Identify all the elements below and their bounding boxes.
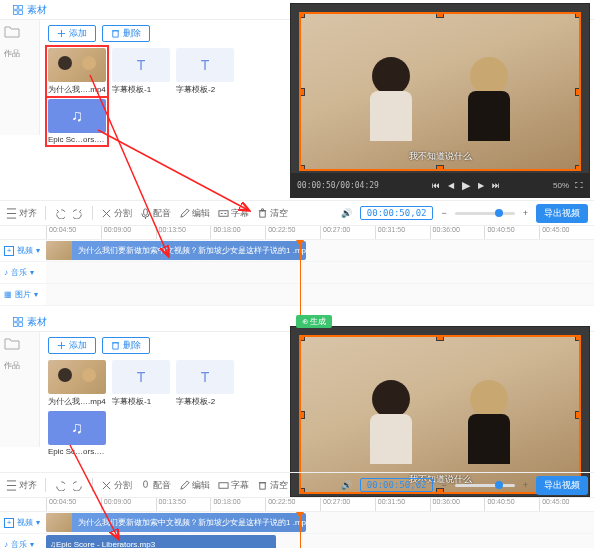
- timeline-ruler[interactable]: 00:04:50 00:09:00 00:13:50 00:18:00 00:2…: [0, 226, 594, 240]
- delete-button[interactable]: 删除: [102, 25, 150, 42]
- resize-handle[interactable]: [576, 166, 581, 171]
- tab-materials-label: 素材: [27, 3, 47, 17]
- subtitle-tool[interactable]: 字幕: [218, 479, 249, 492]
- video-clip[interactable]: 为什么我们要新做加索中文视频？新加坡少女是这样子说的1 .mp4: [46, 241, 306, 260]
- resize-handle[interactable]: [576, 89, 581, 95]
- folder-icon[interactable]: [4, 336, 35, 354]
- thumb-subtitle-2[interactable]: T 字幕模板-2: [176, 48, 234, 95]
- zoom-in-button[interactable]: +: [523, 208, 528, 218]
- next-frame-button[interactable]: ▶: [478, 181, 484, 190]
- tab-materials[interactable]: 素材: [8, 313, 51, 331]
- resize-handle[interactable]: [299, 166, 304, 171]
- preview-zoom-label: 50%: [553, 181, 569, 190]
- svg-rect-6: [14, 317, 18, 321]
- resize-handle[interactable]: [576, 335, 581, 340]
- clear-tool[interactable]: 清空: [257, 479, 288, 492]
- align-tool[interactable]: 对齐: [6, 207, 37, 220]
- chevron-down-icon: ▾: [30, 268, 34, 277]
- thumb-audio-1[interactable]: ♫ Epic Sc…ors.mp3: [48, 411, 106, 456]
- music-icon: ♪: [4, 540, 8, 548]
- timecode-box[interactable]: 00:00:50,02: [360, 206, 434, 220]
- play-button[interactable]: ▶: [462, 179, 470, 192]
- sound-icon[interactable]: 🔊: [341, 480, 352, 490]
- zoom-slider[interactable]: [455, 212, 515, 215]
- thumb-video-1[interactable]: 为什么我….mp4: [48, 48, 106, 95]
- zoom-slider[interactable]: [455, 484, 515, 487]
- delete-button[interactable]: 删除: [102, 337, 150, 354]
- playhead[interactable]: [300, 512, 301, 548]
- timeline-ruler[interactable]: 00:04:50 00:09:00 00:13:50 00:18:00 00:2…: [0, 498, 594, 512]
- next-clip-button[interactable]: ⏭: [492, 181, 500, 190]
- preview-pane: 我不知道说什么 00:00:50/00:04:29 ⏮ ◀ ▶ ▶ ⏭ 50% …: [290, 3, 590, 198]
- zoom-out-button[interactable]: −: [441, 208, 446, 218]
- thumb-subtitle-2[interactable]: T 字幕模板-2: [176, 360, 234, 407]
- track-head-video[interactable]: +视频▾: [0, 245, 46, 256]
- align-tool[interactable]: 对齐: [6, 479, 37, 492]
- text-icon: T: [137, 57, 146, 73]
- track-head-audio[interactable]: ♪音乐▾: [0, 539, 46, 548]
- svg-rect-1: [19, 5, 23, 9]
- clear-tool[interactable]: 清空: [257, 207, 288, 220]
- prev-clip-button[interactable]: ⏮: [432, 181, 440, 190]
- thumb-subtitle-1[interactable]: T 字幕模板-1: [112, 360, 170, 407]
- preview-time: 00:00:50/00:04:29: [297, 181, 379, 190]
- audio-clip[interactable]: ♫Epic Score - Liberators.mp3: [46, 535, 276, 548]
- svg-rect-8: [14, 322, 18, 326]
- video-clip[interactable]: 为什么我们要新做加索中文视频？新加坡少女是这样子说的1 .mp4: [46, 513, 306, 532]
- add-button[interactable]: 添加: [48, 337, 96, 354]
- thumb-subtitle-1[interactable]: T 字幕模板-1: [112, 48, 170, 95]
- tab-materials[interactable]: 素材: [8, 1, 51, 19]
- subtitle-tool[interactable]: 字幕: [218, 207, 249, 220]
- preview-frame[interactable]: 我不知道说什么: [299, 335, 581, 494]
- resize-handle[interactable]: [299, 12, 304, 17]
- chevron-down-icon: ▾: [36, 246, 40, 255]
- track-head-video[interactable]: +视频▾: [0, 517, 46, 528]
- edit-tool[interactable]: 编辑: [179, 479, 210, 492]
- text-icon: T: [137, 369, 146, 385]
- resize-handle[interactable]: [299, 335, 304, 340]
- thumb-audio-1[interactable]: ♫ Epic Sc…ors.mp3: [48, 99, 106, 144]
- track-head-image[interactable]: ▦图片▾: [0, 289, 46, 300]
- resize-handle[interactable]: [576, 12, 581, 17]
- resize-handle[interactable]: [299, 89, 304, 95]
- timecode-box[interactable]: 00:00:50,02: [360, 478, 434, 492]
- svg-rect-5: [219, 210, 228, 216]
- export-button[interactable]: 导出视频: [536, 476, 588, 495]
- prev-frame-button[interactable]: ◀: [448, 181, 454, 190]
- svg-rect-9: [19, 322, 23, 326]
- zoom-in-button[interactable]: +: [523, 480, 528, 490]
- zoom-out-button[interactable]: −: [441, 480, 446, 490]
- generate-button[interactable]: ⊕ 生成: [296, 315, 332, 328]
- svg-rect-4: [144, 208, 148, 214]
- resize-handle[interactable]: [299, 412, 304, 418]
- edit-tool[interactable]: 编辑: [179, 207, 210, 220]
- record-tool[interactable]: 配音: [140, 207, 171, 220]
- add-button[interactable]: 添加: [48, 25, 96, 42]
- music-icon: ♫: [71, 419, 83, 437]
- image-icon: ▦: [4, 290, 12, 299]
- folder-works-label: 作品: [4, 48, 35, 59]
- preview-frame[interactable]: 我不知道说什么: [299, 12, 581, 171]
- resize-handle[interactable]: [437, 335, 443, 340]
- fullscreen-button[interactable]: ⛶: [575, 181, 583, 190]
- thumb-video-1[interactable]: 为什么我….mp4: [48, 360, 106, 407]
- resize-handle[interactable]: [576, 412, 581, 418]
- split-tool[interactable]: 分割: [101, 207, 132, 220]
- track-head-audio[interactable]: ♪音乐▾: [0, 267, 46, 278]
- chevron-down-icon: ▾: [34, 290, 38, 299]
- undo-button[interactable]: [54, 480, 65, 491]
- folder-works-label: 作品: [4, 360, 35, 371]
- folder-icon[interactable]: [4, 24, 35, 42]
- add-track-button[interactable]: +: [4, 518, 14, 528]
- undo-button[interactable]: [54, 208, 65, 219]
- redo-button[interactable]: [73, 208, 84, 219]
- redo-button[interactable]: [73, 480, 84, 491]
- add-track-button[interactable]: +: [4, 246, 14, 256]
- resize-handle[interactable]: [437, 12, 443, 17]
- export-button[interactable]: 导出视频: [536, 204, 588, 223]
- music-icon: ♪: [4, 268, 8, 277]
- record-tool[interactable]: 配音: [140, 479, 171, 492]
- sound-icon[interactable]: 🔊: [341, 208, 352, 218]
- svg-rect-7: [19, 317, 23, 321]
- split-tool[interactable]: 分割: [101, 479, 132, 492]
